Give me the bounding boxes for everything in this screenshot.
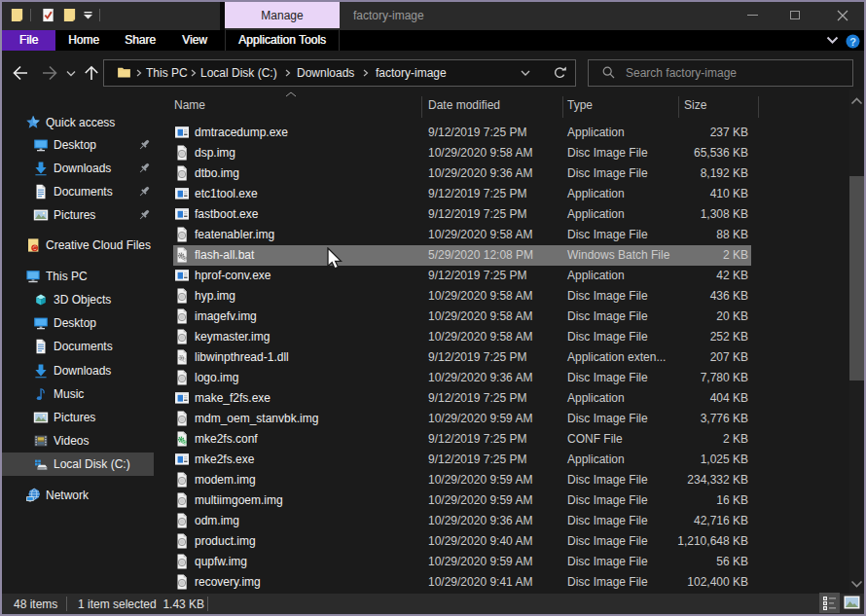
svg-text:?: ? xyxy=(849,36,856,48)
